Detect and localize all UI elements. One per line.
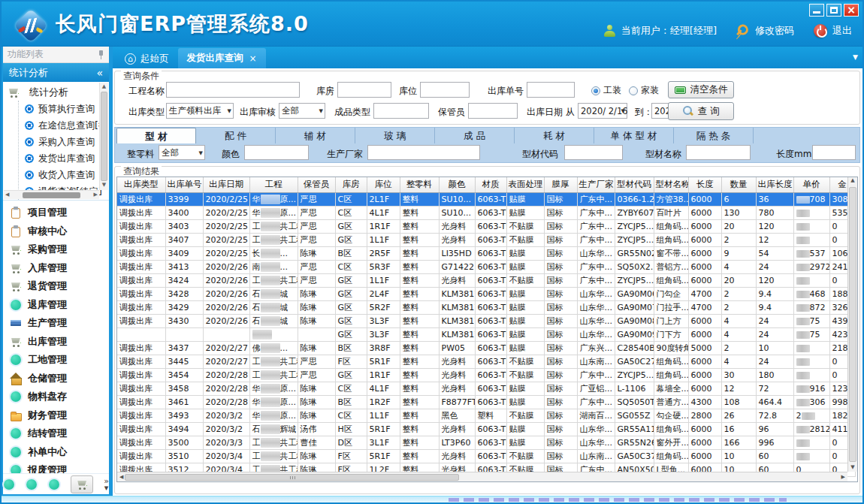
- module-item-结转管理[interactable]: 结转管理: [3, 424, 109, 443]
- order-no-input[interactable]: [527, 82, 575, 98]
- material-tab-5[interactable]: 成 品: [435, 128, 515, 143]
- scroll-right-icon[interactable]: ▶: [841, 474, 845, 480]
- tree-item[interactable]: 预算执行查询: [19, 101, 98, 117]
- column-header[interactable]: 颜色: [439, 177, 475, 192]
- logout-link[interactable]: 退出: [832, 24, 852, 38]
- chevron-down-icon[interactable]: ▼: [853, 53, 858, 61]
- table-row[interactable]: 调拨出库34292020/2/26石城陈琳G区5R2F整料KLM38176063…: [117, 300, 855, 314]
- maker-input[interactable]: [367, 145, 480, 160]
- clear-conditions-button[interactable]: 清空条件: [668, 81, 734, 98]
- close-tab-icon[interactable]: ×: [249, 53, 257, 64]
- tree-item[interactable]: 退库管理[待定]: [19, 200, 98, 201]
- table-row[interactable]: G区3L3F整料KLM38176063-T5贴膜国标山东华...GA90M09.…: [117, 327, 855, 341]
- column-header[interactable]: 出库类型: [117, 177, 165, 192]
- tree-item[interactable]: 采购入库查询: [19, 134, 98, 150]
- sidebar-section-header[interactable]: 统计分析 «: [3, 63, 109, 82]
- module-item-出库管理[interactable]: 出库管理: [3, 333, 109, 352]
- minimize-button[interactable]: [809, 4, 824, 17]
- column-header[interactable]: 整零料: [400, 177, 439, 192]
- circle-icon[interactable]: [48, 478, 60, 490]
- scroll-thumb[interactable]: [125, 474, 458, 481]
- table-horizontal-scrollbar[interactable]: ◀ ▶: [117, 472, 847, 481]
- table-row[interactable]: 调拨出库34092020/2/25长...陈琳B区2R5F整料LI35HD606…: [117, 246, 855, 260]
- location-input[interactable]: [420, 82, 470, 98]
- length-input[interactable]: [812, 145, 856, 160]
- table-row[interactable]: 调拨出库34242020/2/26工共工程严思G区1L1F整料光身料6063-T…: [117, 273, 855, 287]
- tree-vertical-scrollbar[interactable]: ▲ ▼: [99, 83, 108, 190]
- tree-horizontal-scrollbar[interactable]: ◀ ▶: [4, 190, 99, 199]
- column-header[interactable]: 膜厚: [544, 177, 577, 192]
- scroll-thumb[interactable]: [101, 92, 107, 181]
- pin-icon[interactable]: [98, 50, 104, 59]
- column-header[interactable]: 材质: [475, 177, 506, 192]
- module-item-仓储管理[interactable]: 仓储管理: [3, 370, 109, 388]
- column-header[interactable]: 工程: [249, 177, 298, 192]
- tree-root[interactable]: 统计分析: [8, 84, 98, 101]
- table-row[interactable]: 调拨出库35102020/3/4工共工程陈琳F区5R1F整料光身料6063-T5…: [117, 449, 855, 463]
- table-row[interactable]: 调拨出库34542020/2/28工共工程严思G区1R1F整料光身料6063-T…: [117, 368, 855, 382]
- change-password-link[interactable]: 修改密码: [755, 24, 794, 38]
- column-header[interactable]: 数量: [721, 177, 756, 192]
- scroll-right-icon[interactable]: ▶: [94, 191, 98, 199]
- circle-icon[interactable]: [26, 478, 38, 490]
- material-tab-4[interactable]: 玻 璃: [355, 128, 435, 143]
- column-header[interactable]: 型材代码: [615, 177, 654, 192]
- scroll-thumb[interactable]: [23, 192, 80, 198]
- scroll-down-icon[interactable]: ▼: [848, 464, 857, 470]
- column-header[interactable]: 出库长度: [756, 177, 793, 192]
- scroll-left-icon[interactable]: ◀: [119, 474, 123, 480]
- material-tab-3[interactable]: 辅 材: [276, 128, 355, 143]
- audit-select[interactable]: 全部: [279, 103, 325, 119]
- radio-gongzhuang[interactable]: 工装: [591, 84, 621, 97]
- material-tab-1[interactable]: 型 材: [116, 128, 196, 143]
- color-input[interactable]: [244, 145, 309, 160]
- table-row[interactable]: 调拨出库34002020/2/25华原...严思C区4L1F整料SU10...6…: [117, 206, 855, 219]
- scroll-thumb[interactable]: [849, 187, 856, 462]
- more-modules-button[interactable]: »▾: [104, 478, 109, 491]
- module-item-采购管理[interactable]: 采购管理: [3, 240, 109, 259]
- column-header[interactable]: 表面处理: [506, 177, 544, 192]
- table-row[interactable]: 调拨出库34032020/2/25工共工程严思G区1R1F整料光身料6063-T…: [117, 219, 855, 233]
- table-row[interactable]: 调拨出库34452020/2/27工共工程严思F区5R1F整料光身料6063-T…: [117, 355, 855, 368]
- module-item-生产管理[interactable]: 生产管理: [3, 314, 109, 333]
- column-header[interactable]: 型材名称: [654, 177, 688, 192]
- tree-item[interactable]: 收货入库查询: [19, 167, 98, 183]
- material-tab-7[interactable]: 单 体 型 材: [594, 128, 674, 143]
- module-item-退货管理[interactable]: 退货管理: [3, 277, 109, 296]
- module-item-审核中心[interactable]: 审核中心: [3, 222, 109, 241]
- table-row[interactable]: 调拨出库34612020/2/28华原...陈琳B区1R2F整料F8877FT6…: [117, 395, 855, 409]
- project-name-input[interactable]: [166, 82, 300, 98]
- date-from-select[interactable]: 2020/ 2/16: [578, 103, 627, 119]
- table-vertical-scrollbar[interactable]: ▲ ▼: [847, 177, 857, 472]
- column-header[interactable]: 保管员: [298, 177, 335, 192]
- table-row[interactable]: 调拨出库34132020/2/26南...严思C区5R3F整料G71422606…: [117, 260, 855, 273]
- scroll-up-icon[interactable]: ▲: [100, 83, 108, 91]
- tab-home[interactable]: 起始页: [116, 49, 178, 68]
- table-row[interactable]: 调拨出库34302020/2/26石城陈琳G区3L3F整料KLM38176063…: [117, 314, 855, 327]
- cart-module-button[interactable]: [71, 475, 93, 493]
- search-button[interactable]: 查 询: [668, 102, 734, 120]
- table-row[interactable]: 调拨出库35002020/3/3工共工程曹佳D区3L1F整料LT3P606063…: [117, 436, 855, 449]
- column-header[interactable]: 库位: [367, 177, 400, 192]
- material-tab-6[interactable]: 耗 材: [515, 128, 594, 143]
- radio-jiazhuang[interactable]: 家装: [629, 84, 659, 97]
- code-input[interactable]: [564, 145, 623, 160]
- material-tab-2[interactable]: 配 件: [196, 128, 276, 143]
- name-input[interactable]: [686, 145, 751, 160]
- scroll-up-icon[interactable]: ▲: [848, 177, 857, 183]
- circle-icon[interactable]: [3, 478, 15, 490]
- module-item-项目管理[interactable]: 项目管理: [3, 204, 109, 222]
- product-type-input[interactable]: [373, 103, 429, 119]
- module-item-工地管理[interactable]: 工地管理: [3, 351, 109, 370]
- close-button[interactable]: [844, 4, 859, 17]
- module-item-财务管理[interactable]: 财务管理: [3, 406, 109, 425]
- table-row[interactable]: 调拨出库34282020/2/26石城陈琳G区2L4F整料KLM38176063…: [117, 287, 855, 300]
- column-header[interactable]: 长度: [688, 177, 721, 192]
- column-header[interactable]: 出库单号: [165, 177, 203, 192]
- maximize-button[interactable]: [826, 4, 841, 17]
- scroll-left-icon[interactable]: ◀: [5, 191, 9, 199]
- module-item-补单中心[interactable]: 补单中心: [3, 443, 109, 462]
- table-row[interactable]: 调拨出库33992020/2/25华原...严思C区2L1F整料SU10...6…: [117, 192, 855, 206]
- whole-piece-select[interactable]: 全部: [159, 145, 205, 160]
- column-header[interactable]: 单价: [793, 177, 829, 192]
